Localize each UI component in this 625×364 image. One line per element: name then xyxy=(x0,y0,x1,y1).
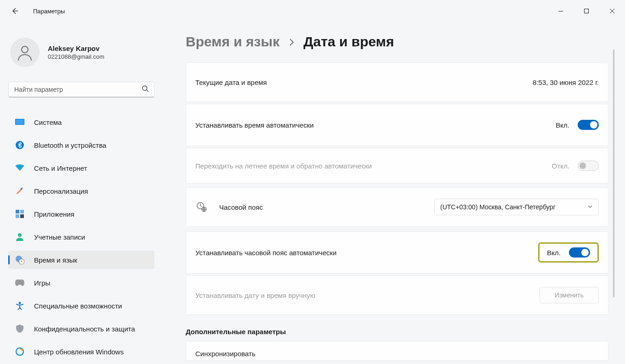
card-sync: Синхронизировать xyxy=(186,341,608,361)
breadcrumb-current: Дата и время xyxy=(303,34,394,50)
sidebar-item-label: Сеть и Интернет xyxy=(34,164,87,172)
svg-point-12 xyxy=(18,233,22,237)
breadcrumb: Время и язык Дата и время xyxy=(186,34,608,50)
chevron-down-icon xyxy=(587,203,593,211)
sidebar-item-accounts[interactable]: Учетные записи xyxy=(8,228,154,246)
svg-point-3 xyxy=(142,86,147,90)
sidebar-item-bluetooth[interactable]: Bluetooth и устройства xyxy=(8,136,154,154)
card-timezone: Часовой пояс (UTC+03:00) Москва, Санкт-П… xyxy=(186,187,608,227)
accessibility-icon xyxy=(15,301,25,311)
highlight-box: Вкл. xyxy=(538,242,599,263)
sidebar-item-label: Bluetooth и устройства xyxy=(34,141,106,149)
sidebar-item-label: Система xyxy=(34,118,62,126)
maximize-button[interactable] xyxy=(574,4,599,18)
sidebar-item-label: Учетные записи xyxy=(34,233,85,241)
svg-rect-1 xyxy=(585,9,589,13)
profile-block[interactable]: Aleksey Karpov 0221088@gmail.com xyxy=(10,38,154,67)
sidebar-item-personalization[interactable]: Персонализация xyxy=(8,182,154,200)
wifi-icon xyxy=(15,163,25,173)
title-bar: Параметры xyxy=(0,0,625,22)
apps-icon xyxy=(15,209,25,219)
auto-time-toggle[interactable] xyxy=(578,120,599,130)
minimize-icon xyxy=(558,8,563,14)
section-additional-title: Дополнительные параметры xyxy=(186,328,608,336)
main-area: Время и язык Дата и время Текущие дата и… xyxy=(163,22,625,364)
row-label: Синхронизировать xyxy=(195,350,256,358)
scrollbar[interactable] xyxy=(612,50,617,348)
minimize-button[interactable] xyxy=(548,4,574,18)
sidebar-item-accessibility[interactable]: Специальные возможности xyxy=(8,297,154,315)
scrollbar-thumb[interactable] xyxy=(613,50,614,297)
auto-timezone-toggle[interactable] xyxy=(569,247,590,258)
svg-rect-8 xyxy=(16,210,19,213)
sidebar-item-label: Центр обновления Windows xyxy=(34,348,124,356)
person-icon xyxy=(16,43,34,62)
sidebar-item-label: Персонализация xyxy=(34,187,88,195)
chevron-right-icon xyxy=(289,34,294,50)
dropdown-value: (UTC+03:00) Москва, Санкт-Петербург xyxy=(440,203,583,211)
sidebar-item-privacy[interactable]: Конфиденциальность и защита xyxy=(8,319,154,338)
row-label: Переходить на летнее время и обратно авт… xyxy=(195,162,372,170)
sidebar-item-windows-update[interactable]: Центр обновления Windows xyxy=(8,342,154,361)
close-button[interactable] xyxy=(599,4,625,18)
row-label: Устанавливать время автоматически xyxy=(195,121,314,129)
window-controls xyxy=(548,4,625,18)
sidebar-item-label: Приложения xyxy=(34,210,74,218)
toggle-state-label: Откл. xyxy=(552,162,569,170)
sidebar-item-label: Время и язык xyxy=(34,256,77,264)
app-title: Параметры xyxy=(33,8,65,15)
sidebar-item-label: Игры xyxy=(34,279,50,287)
card-set-manually: Устанавливать дату и время вручную Измен… xyxy=(186,275,608,315)
sidebar-nav: Система Bluetooth и устройства Сеть и Ин… xyxy=(8,113,154,364)
paintbrush-icon xyxy=(15,186,25,196)
card-current-datetime: Текущие дата и время 8:53, 30 июня 2022 … xyxy=(186,62,608,102)
svg-rect-9 xyxy=(20,210,24,213)
svg-rect-5 xyxy=(16,119,24,124)
display-icon xyxy=(15,117,25,127)
card-auto-time: Устанавливать время автоматически Вкл. xyxy=(186,104,608,146)
search-icon xyxy=(142,85,149,94)
maximize-icon xyxy=(584,8,589,14)
row-label: Текущие дата и время xyxy=(195,78,267,86)
svg-rect-0 xyxy=(558,11,563,11)
account-icon xyxy=(15,232,25,242)
current-datetime-value: 8:53, 30 июня 2022 г. xyxy=(533,78,599,86)
card-dst: Переходить на летнее время и обратно авт… xyxy=(186,148,608,184)
shield-icon xyxy=(15,324,25,334)
row-label: Устанавливать дату и время вручную xyxy=(195,291,315,299)
update-icon xyxy=(15,347,25,357)
change-button: Изменить xyxy=(540,287,599,303)
dst-toggle xyxy=(578,161,599,171)
search-input[interactable] xyxy=(8,82,154,97)
sidebar-item-apps[interactable]: Приложения xyxy=(8,205,154,223)
sidebar: Aleksey Karpov 0221088@gmail.com Система… xyxy=(0,22,163,364)
timezone-icon xyxy=(195,201,208,213)
gamepad-icon xyxy=(15,278,25,288)
sidebar-item-label: Специальные возможности xyxy=(34,302,122,310)
svg-point-15 xyxy=(19,302,21,304)
globe-clock-icon xyxy=(15,255,25,265)
avatar xyxy=(10,38,40,67)
bluetooth-icon xyxy=(15,140,25,150)
sidebar-item-system[interactable]: Система xyxy=(8,113,154,131)
toggle-state-label: Вкл. xyxy=(547,249,561,257)
arrow-left-icon xyxy=(11,7,18,15)
row-label: Устанавливать часовой пояс автоматически xyxy=(195,249,336,257)
timezone-dropdown[interactable]: (UTC+03:00) Москва, Санкт-Петербург xyxy=(434,199,599,215)
profile-name: Aleksey Karpov xyxy=(48,45,104,52)
search-box xyxy=(8,82,154,97)
sidebar-item-time-language[interactable]: Время и язык xyxy=(8,251,154,269)
svg-rect-10 xyxy=(16,214,19,218)
breadcrumb-parent[interactable]: Время и язык xyxy=(186,34,279,50)
card-auto-timezone: Устанавливать часовой пояс автоматически… xyxy=(186,231,608,274)
svg-point-2 xyxy=(22,46,28,53)
profile-email: 0221088@gmail.com xyxy=(48,53,104,60)
sidebar-item-gaming[interactable]: Игры xyxy=(8,274,154,292)
back-button[interactable] xyxy=(10,6,19,16)
row-label: Часовой пояс xyxy=(219,203,263,211)
sidebar-item-label: Конфиденциальность и защита xyxy=(34,325,135,333)
sidebar-item-network[interactable]: Сеть и Интернет xyxy=(8,159,154,177)
toggle-state-label: Вкл. xyxy=(556,121,569,129)
close-icon xyxy=(609,8,615,14)
svg-rect-11 xyxy=(20,214,24,218)
